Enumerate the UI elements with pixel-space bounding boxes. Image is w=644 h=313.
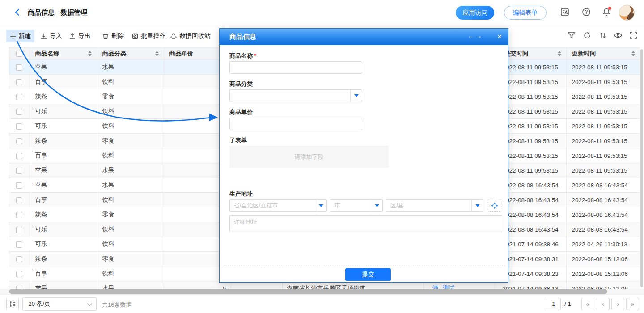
product-price-input[interactable] xyxy=(229,118,362,130)
cell-check xyxy=(9,207,30,222)
row-checkbox[interactable] xyxy=(16,138,22,144)
row-checkbox[interactable] xyxy=(16,109,22,115)
cell-cat: 水果 xyxy=(97,281,164,289)
cell-check xyxy=(9,193,30,207)
close-icon[interactable]: × xyxy=(497,31,502,42)
cell-cat: 饮料 xyxy=(97,222,164,237)
vertical-scrollbar-thumb[interactable] xyxy=(640,49,643,287)
first-page-button[interactable]: « xyxy=(581,298,594,310)
caret-down-icon xyxy=(315,200,326,211)
notification-dot xyxy=(608,7,611,10)
cell-update: 2022-08-08 15:12:06 xyxy=(566,266,640,281)
attachment-link[interactable]: 酒 xyxy=(432,285,439,289)
import-button[interactable]: 导入 xyxy=(37,30,66,42)
sort-toggle-icon[interactable] xyxy=(88,51,92,56)
eye-icon[interactable] xyxy=(614,31,623,41)
edit-form-button[interactable]: 编辑表单 xyxy=(504,6,547,20)
row-checkbox[interactable] xyxy=(16,182,22,189)
export-button[interactable]: 导出 xyxy=(65,30,94,42)
row-checkbox[interactable] xyxy=(16,256,22,262)
row-checkbox[interactable] xyxy=(16,212,22,218)
cell-cat: 零食 xyxy=(97,134,164,148)
caret-down-icon xyxy=(471,200,483,211)
cell-update: 2022-08-11 09:53:15 xyxy=(566,89,640,104)
language-icon[interactable] xyxy=(560,7,570,17)
row-checkbox[interactable] xyxy=(16,168,22,174)
filter-icon[interactable] xyxy=(567,31,577,41)
prev-page-button[interactable]: ‹ xyxy=(597,298,610,310)
page-number-input[interactable]: 1 xyxy=(547,298,561,310)
expand-width-icon[interactable]: ← → xyxy=(467,33,482,39)
import-icon xyxy=(40,33,47,40)
avatar[interactable] xyxy=(619,5,635,21)
province-select[interactable]: 省/自治区/直辖市 xyxy=(229,199,327,212)
cell-update: 2022-08-08 16:43:54 xyxy=(566,222,640,237)
new-button[interactable]: 新建 xyxy=(6,30,34,42)
row-checkbox[interactable] xyxy=(16,153,22,159)
cell-cat: 水果 xyxy=(97,163,164,178)
row-checkbox[interactable] xyxy=(16,227,22,233)
recycle-bin-button[interactable]: 数据回收站 xyxy=(166,30,214,42)
cell-cat: 水果 xyxy=(97,60,164,75)
back-icon[interactable] xyxy=(15,9,22,16)
cell-cat: 水果 xyxy=(97,178,164,193)
field-label-subform: 子表单 xyxy=(229,136,247,144)
cell-check xyxy=(9,119,30,134)
sort-toggle-icon[interactable] xyxy=(155,51,159,56)
cell-name: 苹果 xyxy=(30,60,97,75)
row-checkbox[interactable] xyxy=(16,94,22,100)
cell-name: 辣条 xyxy=(30,89,97,104)
plus-icon xyxy=(10,33,16,39)
page-title: 商品信息 - 数据管理 xyxy=(28,8,87,17)
sort-toggle-icon[interactable] xyxy=(631,51,635,56)
attachment-link[interactable]: 测试 xyxy=(443,285,455,289)
column-header-update-time[interactable]: 更新时间 xyxy=(566,47,640,60)
column-header-name[interactable]: 商品名称 xyxy=(30,47,97,60)
cell-update: 2022-08-11 09:53:15 xyxy=(566,60,640,75)
fullscreen-icon[interactable] xyxy=(629,31,639,41)
city-select[interactable]: 市 xyxy=(330,199,383,212)
row-checkbox[interactable] xyxy=(16,241,22,248)
row-checkbox[interactable] xyxy=(16,271,22,277)
batch-operations-button[interactable]: 批量操作 xyxy=(128,30,169,42)
submit-button[interactable]: 提交 xyxy=(345,268,391,281)
column-header-category[interactable]: 商品分类 xyxy=(97,47,164,60)
field-label-name: 商品名称* xyxy=(229,52,256,60)
product-category-select[interactable] xyxy=(229,89,362,102)
cell-check xyxy=(9,222,30,237)
sort-toggle-icon[interactable] xyxy=(558,51,561,56)
cell-name: 百事 xyxy=(30,193,97,207)
cell-check xyxy=(9,75,30,89)
subform-placeholder-area: 请添加字段 xyxy=(229,146,389,168)
sort-icon[interactable] xyxy=(598,31,608,41)
product-name-input[interactable] xyxy=(229,61,362,74)
select-all-checkbox[interactable] xyxy=(16,51,22,57)
row-checkbox[interactable] xyxy=(16,79,22,85)
total-count-label: 共16条数据 xyxy=(102,301,131,309)
product-info-modal: 商品信息 ← → × 商品名称* 商品分类 商品单价 子表单 请添加字段 生产地… xyxy=(219,28,508,283)
bell-icon[interactable] xyxy=(602,7,611,17)
horizontal-scrollbar-thumb[interactable] xyxy=(9,289,607,294)
cell-cat: 饮料 xyxy=(97,119,164,134)
page-size-select[interactable]: 20 条/页 xyxy=(22,297,97,311)
row-checkbox[interactable] xyxy=(16,197,22,203)
horizontal-scrollbar-track[interactable] xyxy=(0,289,644,294)
cell-update: 2022-08-08 15:12:06 xyxy=(566,281,640,289)
cell-check xyxy=(9,237,30,252)
row-height-icon[interactable] xyxy=(6,298,19,310)
row-checkbox[interactable] xyxy=(16,286,22,289)
district-select[interactable]: 区/县 xyxy=(386,199,483,212)
cell-name: 可乐 xyxy=(30,119,97,134)
modal-header[interactable]: 商品信息 ← → × xyxy=(220,29,508,45)
refresh-icon[interactable] xyxy=(583,31,593,41)
cell-check xyxy=(9,148,30,163)
row-checkbox[interactable] xyxy=(16,64,22,71)
next-page-button[interactable]: › xyxy=(611,298,624,310)
help-icon[interactable] xyxy=(581,7,591,17)
last-page-button[interactable]: » xyxy=(626,298,639,310)
delete-button[interactable]: 删除 xyxy=(98,30,127,42)
locate-button[interactable] xyxy=(488,199,501,212)
row-checkbox[interactable] xyxy=(16,123,22,130)
app-access-button[interactable]: 应用访问 xyxy=(456,6,494,20)
detail-address-textarea[interactable]: 详细地址 xyxy=(229,215,503,232)
